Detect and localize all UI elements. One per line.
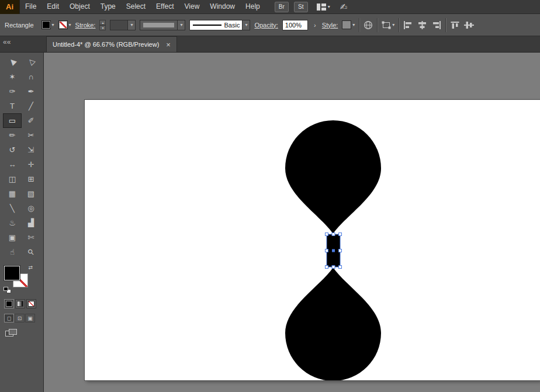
menu-help[interactable]: Help <box>240 0 265 13</box>
opacity-panel-link[interactable]: Opacity: <box>254 22 278 29</box>
top-teardrop-shape[interactable] <box>285 120 381 234</box>
stroke-weight-stepper[interactable]: ▴ ▾ <box>99 20 106 30</box>
bottom-teardrop-shape[interactable] <box>285 268 381 380</box>
width-tool[interactable]: ↔ <box>3 157 22 172</box>
selection-handle[interactable] <box>339 233 342 236</box>
bridge-button[interactable]: Br <box>275 2 289 12</box>
menu-view[interactable]: View <box>179 0 205 13</box>
toolbar-collapse-button[interactable]: «« <box>0 36 44 52</box>
stroke-weight-dropdown[interactable]: ▾ <box>110 20 136 30</box>
mesh-tool[interactable]: ▦ <box>3 186 22 201</box>
menu-select[interactable]: Select <box>121 0 151 13</box>
draw-mode-buttons: ◻ ⊡ ▣ <box>4 314 43 322</box>
symbol-sprayer-tool[interactable]: ♨ <box>3 216 22 230</box>
stepper-up-icon[interactable]: ▴ <box>99 20 106 25</box>
selection-handle[interactable] <box>326 233 328 236</box>
selection-handle[interactable] <box>326 266 328 269</box>
menu-edit[interactable]: Edit <box>41 0 64 13</box>
selection-handle[interactable] <box>339 266 342 269</box>
pencil-tool[interactable]: ✏ <box>3 128 22 143</box>
stroke-panel-link[interactable]: Stroke: <box>75 22 96 29</box>
align-right-button[interactable] <box>431 21 441 29</box>
scissors-tool-icon: ✂ <box>28 131 34 139</box>
column-graph-tool[interactable]: ▟ <box>22 216 40 230</box>
scale-tool[interactable]: ⇲ <box>22 143 40 157</box>
color-mode-buttons <box>4 299 43 308</box>
stroke-color-control[interactable]: ▾ <box>58 20 71 29</box>
chevron-down-icon[interactable]: ▾ <box>69 23 71 27</box>
stock-button[interactable]: St <box>294 2 308 12</box>
align-top-button[interactable] <box>450 21 460 29</box>
opacity-flyout-icon[interactable]: › <box>312 22 318 29</box>
paintbrush-tool[interactable]: ✐ <box>22 113 40 128</box>
chevron-down-icon: ▾ <box>328 5 330 9</box>
menu-file[interactable]: File <box>20 0 41 13</box>
zoom-tool[interactable]: ⚲ <box>22 245 40 259</box>
line-segment-tool[interactable]: ╱ <box>22 99 40 113</box>
rectangle-tool[interactable]: ▭ <box>3 113 22 128</box>
type-tool[interactable]: T <box>3 99 22 113</box>
draw-inside-button[interactable]: ▣ <box>25 314 35 322</box>
eyedropper-tool[interactable]: ╲ <box>3 201 22 216</box>
stepper-down-icon[interactable]: ▾ <box>99 25 106 30</box>
document-setup-button[interactable] <box>364 20 373 30</box>
align-left-button[interactable] <box>403 21 413 29</box>
chevron-down-icon[interactable]: ▾ <box>52 23 54 27</box>
selection-handle[interactable] <box>326 249 328 252</box>
color-button[interactable] <box>4 299 14 308</box>
draw-behind-button[interactable]: ⊡ <box>15 314 25 322</box>
document-tab[interactable]: Untitled-4* @ 66.67% (RGB/Preview) × <box>46 36 177 52</box>
magic-wand-tool[interactable]: ✶ <box>3 70 22 84</box>
selection-handle[interactable] <box>332 233 335 236</box>
align-center-button[interactable] <box>417 21 427 29</box>
selection-tool[interactable]: ▶ <box>3 55 22 70</box>
artboard-tool[interactable]: ▣ <box>3 230 22 245</box>
selection-center-point[interactable] <box>333 249 335 252</box>
menu-window[interactable]: Window <box>205 0 240 13</box>
workspace-switcher[interactable]: ▾ <box>317 4 330 11</box>
paintbrush-tool-icon: ✐ <box>28 117 34 124</box>
selection-handle[interactable] <box>339 249 342 252</box>
lasso-tool[interactable]: ∩ <box>22 70 40 84</box>
gradient-button[interactable] <box>15 299 25 308</box>
dropdown-button[interactable]: ▾ <box>127 20 135 30</box>
color-icon <box>6 301 12 307</box>
touch-gesture-icon[interactable]: ✍ <box>340 2 348 12</box>
align-middle-button[interactable] <box>464 21 474 29</box>
none-button[interactable] <box>26 299 36 308</box>
hand-tool[interactable]: ☝ <box>3 245 22 259</box>
opacity-field[interactable]: 100% <box>282 20 308 30</box>
stroke-color-swatch[interactable] <box>58 20 68 29</box>
chevron-down-icon[interactable]: ▾ <box>352 23 355 27</box>
transform-button[interactable]: ▾ <box>382 21 394 29</box>
menu-type[interactable]: Type <box>95 0 121 13</box>
scissors-tool[interactable]: ✂ <box>22 128 40 143</box>
blend-tool[interactable]: ◎ <box>22 201 40 216</box>
default-fill-stroke-icon[interactable] <box>4 287 12 293</box>
fill-swatch-black[interactable] <box>4 266 20 280</box>
draw-normal-button[interactable]: ◻ <box>4 314 14 322</box>
pen-tool[interactable]: ✒ <box>22 84 40 99</box>
shape-builder-tool[interactable]: ◫ <box>3 172 22 186</box>
fill-color-swatch[interactable] <box>41 20 51 29</box>
direct-selection-tool[interactable]: ▷ <box>22 55 40 70</box>
free-transform-tool[interactable]: ✛ <box>22 157 40 172</box>
graphic-style-dropdown[interactable]: ▾ <box>342 20 355 29</box>
menu-object[interactable]: Object <box>64 0 95 13</box>
curvature-tool[interactable]: ✑ <box>3 84 22 99</box>
tab-close-icon[interactable]: × <box>166 41 171 48</box>
artboard[interactable] <box>85 100 540 380</box>
slice-tool[interactable]: ✄ <box>22 230 40 245</box>
rotate-tool[interactable]: ↺ <box>3 143 22 157</box>
screen-mode-button[interactable] <box>5 329 17 337</box>
canvas-area[interactable] <box>44 53 540 392</box>
gradient-tool[interactable]: ▧ <box>22 186 40 201</box>
style-panel-link[interactable]: Style: <box>322 22 338 29</box>
dropdown-button[interactable]: ▾ <box>242 20 250 30</box>
brush-definition-dropdown[interactable]: Basic ▾ <box>189 20 250 30</box>
perspective-grid-tool[interactable]: ⊞ <box>22 172 40 186</box>
selection-handle[interactable] <box>332 266 335 269</box>
fill-color-control[interactable]: ▾ <box>41 20 54 29</box>
swap-fill-stroke-icon[interactable]: ⇄ <box>28 265 33 270</box>
menu-effect[interactable]: Effect <box>151 0 179 13</box>
